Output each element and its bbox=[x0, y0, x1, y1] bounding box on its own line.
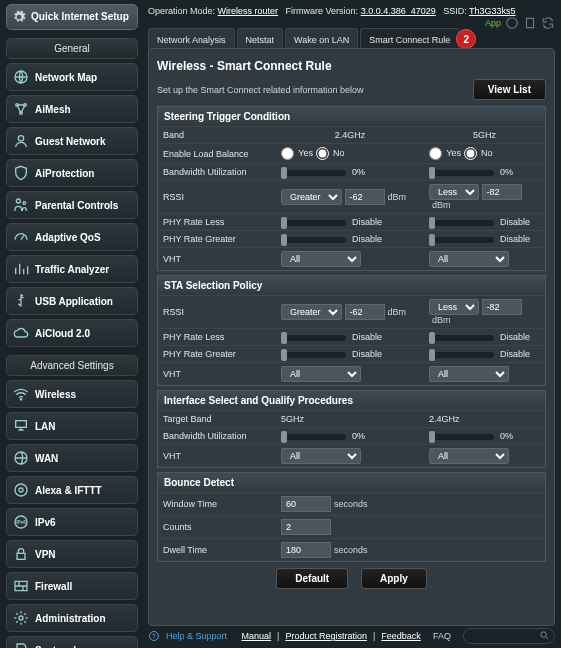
sidebar-item-wan[interactable]: WAN bbox=[6, 444, 138, 472]
ssid-link[interactable]: Th3G33ks5 bbox=[469, 6, 516, 16]
dwell-time-input[interactable]: 180 bbox=[281, 542, 331, 558]
view-list-button[interactable]: View List bbox=[473, 79, 546, 100]
admin-icon bbox=[13, 610, 29, 626]
faq-search-input[interactable] bbox=[463, 628, 555, 644]
page-desc: Set up the Smart Connect related informa… bbox=[157, 85, 364, 95]
help-support-link[interactable]: Help & Support bbox=[166, 631, 227, 641]
svg-rect-8 bbox=[16, 421, 27, 428]
rssi-24-val[interactable]: -62 bbox=[345, 189, 385, 205]
help-icon bbox=[148, 630, 160, 642]
sidebar-item-administration[interactable]: Administration bbox=[6, 604, 138, 632]
counts-input[interactable]: 2 bbox=[281, 519, 331, 535]
lock-icon bbox=[13, 546, 29, 562]
svg-point-16 bbox=[507, 18, 518, 29]
main-panel: Wireless - Smart Connect Rule Set up the… bbox=[148, 48, 555, 626]
sidebar-item-aiprotection[interactable]: AiProtection bbox=[6, 159, 138, 187]
page-title: Wireless - Smart Connect Rule bbox=[157, 59, 546, 73]
sidebar-item-parental-controls[interactable]: Parental Controls bbox=[6, 191, 138, 219]
sidebar-item-lan[interactable]: LAN bbox=[6, 412, 138, 440]
shield-icon bbox=[13, 165, 29, 181]
sidebar-item-alexa-ifttt[interactable]: Alexa & IFTTT bbox=[6, 476, 138, 504]
help-bar: Help & Support Manual | Product Registra… bbox=[148, 628, 555, 644]
svg-text:IPv6: IPv6 bbox=[16, 520, 26, 525]
sta-vht-24[interactable]: All bbox=[281, 366, 361, 382]
app-link[interactable]: App bbox=[485, 18, 501, 28]
sidebar-item-wireless[interactable]: Wireless bbox=[6, 380, 138, 408]
iface-vht-24[interactable]: All bbox=[281, 448, 361, 464]
sidebar-item-usb-application[interactable]: USB Application bbox=[6, 287, 138, 315]
default-button[interactable]: Default bbox=[276, 568, 348, 589]
usb-icon bbox=[13, 293, 29, 309]
svg-point-15 bbox=[19, 616, 23, 620]
phyless-5-slider[interactable] bbox=[429, 220, 494, 226]
sta-rssi-24-op[interactable]: Greater bbox=[281, 304, 342, 320]
user-icon bbox=[13, 133, 29, 149]
sidebar-item-guest-network[interactable]: Guest Network bbox=[6, 127, 138, 155]
product-reg-link[interactable]: Product Registration bbox=[285, 631, 367, 641]
sta-rssi-5-val[interactable]: -82 bbox=[482, 299, 522, 315]
sidebar-item-aicloud[interactable]: AiCloud 2.0 bbox=[6, 319, 138, 347]
gear-icon bbox=[12, 10, 26, 24]
sidebar-item-vpn[interactable]: VPN bbox=[6, 540, 138, 568]
phygreat-5-slider[interactable] bbox=[429, 237, 494, 243]
elb-5-yes[interactable]: Yes bbox=[429, 148, 461, 158]
firewall-icon bbox=[13, 578, 29, 594]
sidebar-item-firewall[interactable]: Firewall bbox=[6, 572, 138, 600]
section-general: General bbox=[6, 38, 138, 59]
iface-vht-5[interactable]: All bbox=[429, 448, 509, 464]
sta-phygreat-24[interactable] bbox=[281, 352, 346, 358]
fw-link[interactable]: 3.0.0.4.386_47029 bbox=[361, 6, 436, 16]
op-mode-link[interactable]: Wireless router bbox=[218, 6, 279, 16]
sidebar-item-ipv6[interactable]: IPv6IPv6 bbox=[6, 508, 138, 536]
sta-phygreat-5[interactable] bbox=[429, 352, 494, 358]
feedback-link[interactable]: Feedback bbox=[381, 631, 421, 641]
sidebar-item-aimesh[interactable]: AiMesh bbox=[6, 95, 138, 123]
cloud-icon bbox=[13, 325, 29, 341]
vht-5[interactable]: All bbox=[429, 251, 509, 267]
phygreat-24-slider[interactable] bbox=[281, 237, 346, 243]
panel-bounce: Bounce Detect Window Time60seconds Count… bbox=[157, 472, 546, 562]
apply-button[interactable]: Apply bbox=[361, 568, 427, 589]
log-icon bbox=[13, 642, 29, 648]
globe-icon bbox=[13, 450, 29, 466]
topbar: Operation Mode: Wireless router Firmware… bbox=[148, 6, 555, 30]
elb-5-no[interactable]: No bbox=[464, 148, 493, 158]
iface-bu-24[interactable] bbox=[281, 434, 346, 440]
rssi-5-op[interactable]: Less bbox=[429, 184, 479, 200]
sidebar-item-traffic-analyzer[interactable]: Traffic Analyzer bbox=[6, 255, 138, 283]
sta-rssi-24-val[interactable]: -62 bbox=[345, 304, 385, 320]
iface-bu-5[interactable] bbox=[429, 434, 494, 440]
svg-point-10 bbox=[15, 484, 27, 496]
sta-phyless-24[interactable] bbox=[281, 335, 346, 341]
elb-24-no[interactable]: No bbox=[316, 148, 345, 158]
bu-24-slider[interactable] bbox=[281, 170, 346, 176]
svg-rect-14 bbox=[17, 553, 25, 559]
search-icon bbox=[539, 630, 550, 641]
svg-point-4 bbox=[18, 136, 23, 141]
wifi-icon bbox=[13, 386, 29, 402]
chart-icon bbox=[13, 261, 29, 277]
svg-rect-17 bbox=[527, 18, 534, 27]
section-advanced: Advanced Settings bbox=[6, 355, 138, 376]
rssi-24-op[interactable]: Greater bbox=[281, 189, 342, 205]
sta-phyless-5[interactable] bbox=[429, 335, 494, 341]
sidebar-item-network-map[interactable]: Network Map bbox=[6, 63, 138, 91]
bu-5-slider[interactable] bbox=[429, 170, 494, 176]
window-time-input[interactable]: 60 bbox=[281, 496, 331, 512]
elb-24-yes[interactable]: Yes bbox=[281, 148, 313, 158]
sidebar-item-system-log[interactable]: System Log bbox=[6, 636, 138, 648]
vht-24[interactable]: All bbox=[281, 251, 361, 267]
phyless-24-slider[interactable] bbox=[281, 220, 346, 226]
sta-vht-5[interactable]: All bbox=[429, 366, 509, 382]
rssi-5-val[interactable]: -82 bbox=[482, 184, 522, 200]
lan-icon bbox=[13, 418, 29, 434]
mesh-icon bbox=[13, 101, 29, 117]
sta-rssi-5-op[interactable]: Less bbox=[429, 299, 479, 315]
panel-sta: STA Selection Policy RSSI Greater -62dBm… bbox=[157, 275, 546, 386]
svg-point-6 bbox=[23, 202, 26, 205]
svg-point-7 bbox=[20, 399, 21, 400]
sidebar-item-adaptive-qos[interactable]: Adaptive QoS bbox=[6, 223, 138, 251]
manual-link[interactable]: Manual bbox=[242, 631, 272, 641]
family-icon bbox=[13, 197, 29, 213]
quick-internet-setup[interactable]: Quick Internet Setup bbox=[6, 4, 138, 30]
